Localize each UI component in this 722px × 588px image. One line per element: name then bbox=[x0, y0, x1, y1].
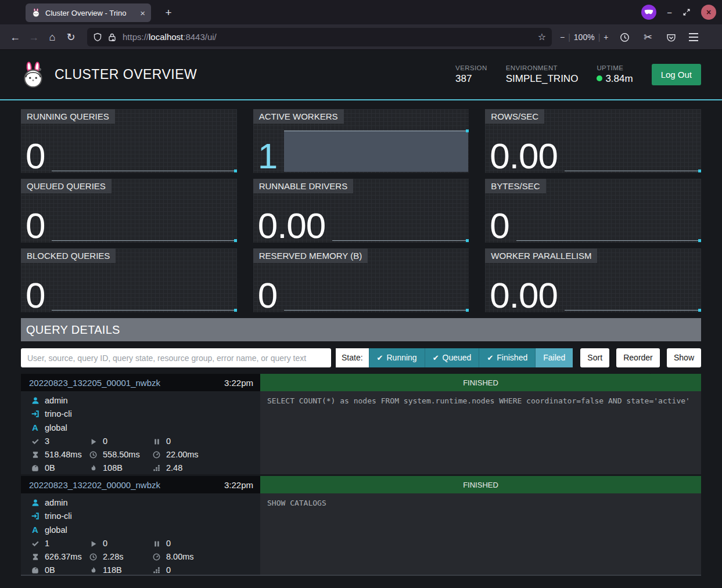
new-tab-button[interactable]: + bbox=[160, 5, 177, 21]
bookmark-star-icon[interactable]: ☆ bbox=[538, 31, 546, 42]
query-id-link[interactable]: 20220823_132205_00001_nwbzk bbox=[29, 378, 160, 388]
state-filter-group: State: ✔Running ✔Queued ✔Finished Failed bbox=[336, 348, 573, 367]
resource-group-icon: A bbox=[30, 523, 40, 536]
cpu-time-gauge-icon bbox=[152, 550, 161, 564]
completed-splits-check-icon bbox=[30, 435, 40, 448]
reorder-interval-dropdown[interactable]: Reorder Interval bbox=[616, 348, 660, 367]
zoom-out-button[interactable]: − bbox=[560, 33, 565, 42]
tracking-shield-icon[interactable] bbox=[93, 33, 102, 42]
uptime-meta: UPTIME 3.84m bbox=[597, 64, 633, 85]
check-icon: ✔ bbox=[377, 353, 383, 362]
window-minimize-button[interactable]: − bbox=[667, 8, 672, 17]
zoom-level[interactable]: 100% bbox=[574, 33, 595, 42]
uptime-status-dot bbox=[597, 75, 602, 81]
app-header: CLUSTER OVERVIEW VERSION 387 ENVIRONMENT… bbox=[0, 50, 722, 100]
wall-time-hourglass-icon bbox=[30, 550, 40, 564]
wall-time: 626.37ms bbox=[45, 552, 82, 561]
elapsed-time-clock-icon bbox=[88, 550, 98, 564]
query-resource-group: global bbox=[45, 423, 67, 432]
current-memory: 0B bbox=[45, 463, 55, 472]
window-restore-button[interactable] bbox=[683, 8, 691, 16]
tile-reserved-memory: RESERVED MEMORY (B) 0 bbox=[253, 248, 469, 312]
version-meta: VERSION 387 bbox=[455, 64, 487, 85]
wall-time: 518.48ms bbox=[45, 450, 82, 459]
query-user: admin bbox=[45, 396, 68, 405]
queued-splits: 0 bbox=[166, 437, 171, 446]
page-title: CLUSTER OVERVIEW bbox=[55, 67, 197, 82]
query-sql-text: SHOW CATALOGS bbox=[260, 493, 701, 575]
query-status-badge: FINISHED bbox=[260, 476, 701, 493]
zoom-in-button[interactable]: + bbox=[604, 33, 608, 42]
forward-button[interactable]: → bbox=[24, 28, 43, 46]
elapsed-time: 558.50ms bbox=[103, 450, 140, 459]
elapsed-time: 2.28s bbox=[103, 552, 123, 561]
user-icon bbox=[30, 496, 40, 510]
cumulative-memory: 108B bbox=[103, 463, 123, 472]
trino-favicon bbox=[31, 8, 41, 17]
query-row: 20220823_132202_00000_nwbzk 3:22pm FINIS… bbox=[21, 476, 701, 575]
parallelism-chart-icon bbox=[152, 461, 161, 475]
query-user: admin bbox=[45, 498, 68, 507]
parallelism-chart-icon bbox=[152, 564, 161, 577]
home-button[interactable]: ⌂ bbox=[43, 28, 62, 46]
tile-rows-sec: ROWS/SEC 0.00 bbox=[485, 109, 701, 173]
back-button[interactable]: ← bbox=[6, 28, 24, 46]
query-status-badge: FINISHED bbox=[260, 374, 701, 391]
tile-running-queries: RUNNING QUERIES 0 bbox=[21, 109, 237, 173]
url-bar[interactable]: https://localhost:8443/ui/ ☆ bbox=[87, 28, 552, 46]
trino-logo bbox=[21, 62, 45, 88]
query-header: 20220823_132202_00000_nwbzk 3:22pm bbox=[21, 476, 260, 493]
tile-runnable-drivers: RUNNABLE DRIVERS 0.00 bbox=[253, 179, 469, 243]
filter-queued-button[interactable]: ✔Queued bbox=[425, 348, 479, 367]
stats-grid: RUNNING QUERIES 0 ACTIVE WORKERS 1 ROWS/… bbox=[21, 109, 701, 312]
queued-splits-pause-icon bbox=[152, 537, 161, 550]
check-icon: ✔ bbox=[487, 353, 493, 362]
window-close-button[interactable]: × bbox=[701, 5, 716, 20]
browser-tab[interactable]: Cluster Overview - Trino × bbox=[26, 3, 151, 22]
query-header: 20220823_132205_00001_nwbzk 3:22pm bbox=[21, 374, 260, 391]
menu-hamburger-icon[interactable] bbox=[685, 28, 702, 46]
cumulative-memory-fire-icon bbox=[88, 564, 98, 577]
sparkline bbox=[565, 109, 701, 173]
cumulative-memory-fire-icon bbox=[88, 461, 98, 475]
running-splits-play-icon bbox=[88, 537, 98, 550]
tab-title: Cluster Overview - Trino bbox=[45, 9, 139, 17]
check-icon: ✔ bbox=[433, 353, 439, 362]
query-id-link[interactable]: 20220823_132202_00000_nwbzk bbox=[29, 480, 160, 490]
tile-bytes-sec: BYTES/SEC 0 bbox=[485, 179, 701, 243]
source-sign-in-icon bbox=[30, 510, 40, 523]
private-browsing-icon bbox=[641, 5, 656, 20]
resource-group-icon: A bbox=[30, 421, 40, 434]
tile-queued-queries: QUEUED QUERIES 0 bbox=[21, 179, 237, 243]
parallelism: 0 bbox=[166, 565, 171, 575]
query-time: 3:22pm bbox=[224, 480, 253, 490]
completed-splits: 1 bbox=[45, 539, 49, 548]
completed-splits-check-icon bbox=[30, 537, 40, 550]
logout-button[interactable]: Log Out bbox=[652, 64, 701, 85]
sort-dropdown[interactable]: Sort bbox=[580, 348, 609, 367]
elapsed-time-clock-icon bbox=[88, 448, 98, 461]
user-icon bbox=[30, 394, 40, 407]
url-text: https://localhost:8443/ui/ bbox=[123, 32, 538, 42]
filter-finished-button[interactable]: ✔Finished bbox=[479, 348, 535, 367]
running-splits-play-icon bbox=[88, 435, 98, 448]
cumulative-memory: 118B bbox=[103, 565, 122, 575]
tile-worker-parallelism: WORKER PARALLELISM 0.00 bbox=[485, 248, 701, 312]
search-input[interactable] bbox=[21, 348, 331, 367]
connection-lock-icon[interactable] bbox=[107, 33, 117, 42]
history-clock-icon[interactable] bbox=[615, 28, 634, 46]
query-resource-group: global bbox=[45, 525, 67, 535]
cpu-time-gauge-icon bbox=[152, 448, 161, 461]
tile-active-workers: ACTIVE WORKERS 1 bbox=[253, 109, 469, 173]
filter-running-button[interactable]: ✔Running bbox=[369, 348, 425, 367]
reload-button[interactable]: ↻ bbox=[62, 28, 80, 46]
filter-failed-dropdown[interactable]: Failed bbox=[535, 348, 573, 367]
screenshot-scissors-icon[interactable]: ✂ bbox=[638, 28, 657, 46]
running-splits: 0 bbox=[103, 539, 107, 548]
tab-close-icon[interactable]: × bbox=[139, 9, 146, 17]
query-toolbar: State: ✔Running ✔Queued ✔Finished Failed… bbox=[21, 348, 701, 367]
pocket-icon[interactable] bbox=[662, 28, 680, 46]
show-dropdown[interactable]: Show bbox=[667, 348, 701, 367]
running-splits: 0 bbox=[103, 437, 107, 446]
cpu-time: 22.00ms bbox=[166, 450, 199, 459]
